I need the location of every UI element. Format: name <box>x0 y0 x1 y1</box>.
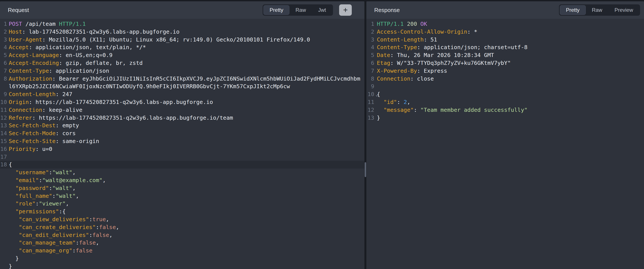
token-str: "Team member added successfully" <box>420 107 528 113</box>
token-plain <box>9 177 16 183</box>
token-key: "id" <box>384 99 397 105</box>
token-plain: : <box>89 216 92 222</box>
token-plain: , <box>96 239 99 246</box>
request-editor[interactable]: 1POST /api/team HTTP/1.12Host: lab-17745… <box>0 19 364 269</box>
code-line: 17 <box>0 153 364 161</box>
code-line: 6Accept-Encoding: gzip, deflate, br, zst… <box>0 59 364 67</box>
line-number: 2 <box>366 28 374 36</box>
token-plain: : https://lab-1774520827351-q2w3y6.labs-… <box>32 114 233 121</box>
line-number: 6 <box>0 59 7 67</box>
line-number: 9 <box>366 83 374 90</box>
line-number: 2 <box>0 28 7 36</box>
code-text: "message": "Team member added successful… <box>374 106 644 114</box>
tab-raw[interactable]: Raw <box>586 5 608 15</box>
token-plain: , <box>76 193 79 199</box>
code-line: 9 <box>366 83 644 90</box>
token-plain: : empty <box>56 122 79 129</box>
token-plain <box>9 239 19 246</box>
token-key: "can_create_deliveries" <box>19 224 96 230</box>
code-line: 1POST /api/team HTTP/1.1 <box>0 20 364 28</box>
code-text: Etag: W/"33-7TYDq3phZ7yZV+ku76GKtmV7ybY" <box>374 59 644 67</box>
line-number: 4 <box>0 44 7 51</box>
response-editor[interactable]: 1HTTP/1.1 200 OK2Access-Control-Allow-Or… <box>366 19 644 269</box>
fold-chevron-icon[interactable]: ⌄ <box>376 91 378 99</box>
code-line: } <box>0 254 364 262</box>
code-line: 11 "id": 2, <box>366 98 644 106</box>
token-plain: , <box>102 177 106 183</box>
token-plain: : <box>36 200 39 207</box>
token-plain: : Mozilla/5.0 (X11; Ubuntu; Linux x86_64… <box>42 36 310 43</box>
code-line: 12Referer: https://lab-1774520827351-q2w… <box>0 114 364 122</box>
line-number: 3 <box>366 36 374 44</box>
line-number: 4 <box>366 44 374 51</box>
line-number: 7 <box>366 67 374 75</box>
tab-pretty[interactable]: Pretty <box>560 5 586 15</box>
code-line: 13Sec-Fetch-Dest: empty <box>0 122 364 129</box>
token-bool: false <box>79 239 96 246</box>
token-key: Authorization <box>9 75 52 82</box>
line-number: 1 <box>0 20 7 28</box>
line-number: 10 <box>0 98 7 106</box>
token-plain: , <box>72 185 76 191</box>
tab-raw[interactable]: Raw <box>290 5 312 15</box>
token-method: POST <box>9 21 22 27</box>
tab-preview[interactable]: Preview <box>608 5 639 15</box>
token-key: "username" <box>16 169 49 176</box>
code-text: Access-Control-Allow-Origin: * <box>374 28 644 36</box>
code-text: Connection: keep-alive <box>7 106 364 114</box>
code-line: 16Priority: u=0 <box>0 145 364 153</box>
code-text: X-Powered-By: Express <box>374 67 644 75</box>
token-plain: : application/json <box>49 68 109 74</box>
token-str: "walt" <box>52 185 72 191</box>
code-text: Authorization: Bearer eyJhbGciOiJIUzI1Ni… <box>7 75 364 91</box>
request-scrollbar-thumb[interactable] <box>365 162 366 177</box>
token-plain <box>9 216 19 222</box>
line-number: 3 <box>0 36 7 44</box>
token-key: Etag <box>377 60 390 66</box>
token-num: 2 <box>404 99 407 105</box>
token-plain: : <box>52 193 56 199</box>
line-number: 11 <box>0 106 7 114</box>
token-plain: : 51 <box>424 36 437 43</box>
token-key: Accept-Language <box>9 52 59 58</box>
add-tab-button[interactable]: + <box>339 4 352 16</box>
code-text: Host: lab-1774520827351-q2w3y6.labs-app.… <box>7 28 364 36</box>
tab-jwt[interactable]: Jwt <box>312 5 332 15</box>
line-number: 16 <box>0 145 7 153</box>
code-line: 5Date: Thu, 26 Mar 2026 10:28:34 GMT <box>366 51 644 59</box>
line-number: 13 <box>366 114 374 122</box>
code-line: 8Authorization: Bearer eyJhbGciOiJIUzI1N… <box>0 75 364 91</box>
code-text: "role":"viewer", <box>7 200 364 208</box>
token-plain: : keep-alive <box>42 107 82 113</box>
token-plain <box>377 107 384 113</box>
code-text: "permissions":{ <box>7 208 364 215</box>
token-key: "can_view_deliveries" <box>19 216 89 222</box>
code-line: 1HTTP/1.1 200 OK <box>366 20 644 28</box>
tab-pretty[interactable]: Pretty <box>264 5 290 15</box>
token-plain: : gzip, deflate, br, zstd <box>59 60 143 66</box>
token-bool: false <box>99 224 116 230</box>
token-plain <box>9 232 19 238</box>
token-key: Connection <box>9 107 42 113</box>
code-text: Referer: https://lab-1774520827351-q2w3y… <box>7 114 364 122</box>
token-key: Priority <box>9 146 36 152</box>
token-plain <box>9 208 16 215</box>
code-text: Priority: u=0 <box>7 145 364 153</box>
token-key: "role" <box>16 200 36 207</box>
token-plain <box>9 247 19 254</box>
code-text: "can_manage_org":false <box>7 247 364 254</box>
code-line: "can_edit_deliveries":false, <box>0 231 364 239</box>
token-plain: : 247 <box>56 91 72 97</box>
token-plain: : en-US,en;q=0.9 <box>59 52 112 58</box>
token-plain <box>9 169 16 176</box>
token-plain <box>404 21 407 27</box>
token-key: Content-Length <box>9 91 56 97</box>
token-plain: : Bearer eyJhbGciOiJIUzI1NiIsInR5cCI6Ikp… <box>9 75 360 90</box>
token-str: "viewer" <box>39 200 66 207</box>
token-bool: false <box>76 247 92 254</box>
code-line: 8Connection: close <box>366 75 644 83</box>
token-plain: } <box>9 263 12 269</box>
code-text: "username":"walt", <box>7 169 364 176</box>
token-plain <box>417 21 420 27</box>
line-number: 8 <box>0 75 7 83</box>
